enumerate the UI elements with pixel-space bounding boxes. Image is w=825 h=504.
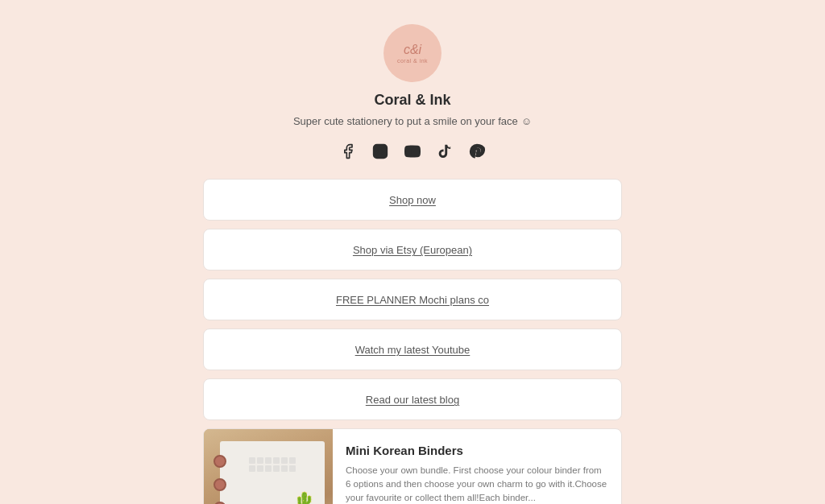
free-planner-label: FREE PLANNER Mochi plans co — [336, 294, 489, 306]
logo-circle: c&i coral & ink — [383, 24, 442, 82]
logo-sub: coral & ink — [397, 58, 428, 64]
tiktok-icon[interactable] — [435, 142, 454, 161]
svg-point-1 — [378, 149, 383, 155]
product-info: Mini Korean Binders Choose your own bund… — [333, 429, 621, 504]
shop-etsy-button[interactable]: Shop via Etsy (European) — [203, 229, 622, 271]
shop-now-button[interactable]: Shop now — [203, 179, 622, 221]
brand-name: Coral & Ink — [374, 92, 450, 109]
page-wrapper: c&i coral & ink Coral & Ink Super cute s… — [203, 24, 622, 504]
youtube-icon[interactable] — [403, 142, 422, 161]
blog-label: Read our latest blog — [366, 394, 459, 406]
instagram-icon[interactable] — [371, 142, 390, 161]
facebook-icon[interactable] — [338, 142, 358, 161]
social-icons-bar — [338, 142, 487, 161]
product-card[interactable]: 🌵 Mini Korean Binders Choose your own bu… — [203, 428, 622, 504]
tagline-text: Super cute stationery to put a smile on … — [293, 115, 518, 127]
product-image: 🌵 — [204, 429, 333, 504]
blog-button[interactable]: Read our latest blog — [203, 378, 622, 420]
tagline: Super cute stationery to put a smile on … — [293, 115, 532, 127]
tagline-emoji: ☺ — [521, 115, 532, 127]
shop-now-label: Shop now — [389, 194, 436, 206]
logo-initials: c&i — [404, 43, 421, 57]
free-planner-button[interactable]: FREE PLANNER Mochi plans co — [203, 279, 622, 320]
svg-point-2 — [383, 147, 384, 148]
youtube-label: Watch my latest Youtube — [355, 344, 471, 356]
pinterest-icon[interactable] — [467, 142, 487, 161]
shop-etsy-label: Shop via Etsy (European) — [353, 244, 472, 256]
product-title: Mini Korean Binders — [346, 444, 608, 457]
product-description: Choose your own bundle. First choose you… — [346, 464, 608, 504]
youtube-button[interactable]: Watch my latest Youtube — [203, 328, 622, 370]
